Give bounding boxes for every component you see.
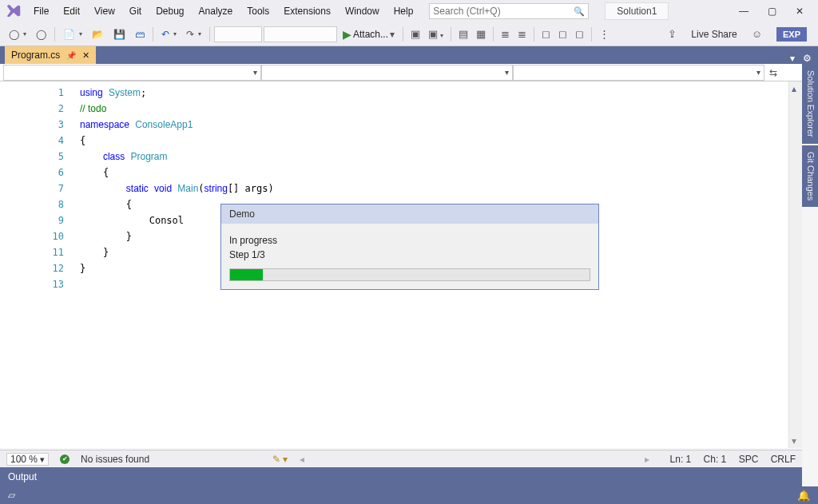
feedback-icon[interactable]: ☺ — [749, 28, 765, 40]
right-rail: Solution Explorer Git Changes — [802, 64, 818, 208]
notifications-bell-icon[interactable]: 🔔 — [797, 490, 810, 502]
document-tab-strip: Program.cs 📌 ✕ ▾ ⚙ — [0, 46, 818, 64]
global-search-input[interactable] — [433, 6, 561, 17]
menu-view[interactable]: View — [88, 2, 121, 20]
tb-icon-3[interactable]: ▤ — [455, 28, 471, 40]
nav-member-combo[interactable]: ▾ — [513, 65, 764, 81]
nav-back-button[interactable]: ◯ — [5, 27, 30, 42]
solution-name-badge[interactable]: Solution1 — [605, 2, 669, 20]
hscroll-left-icon[interactable]: ◂ — [300, 454, 304, 465]
git-changes-tab[interactable]: Git Changes — [802, 145, 818, 207]
toolbar-separator — [54, 27, 55, 42]
tb-indent-out-icon[interactable]: ≣ — [498, 28, 513, 40]
nav-forward-button[interactable]: ◯ — [32, 27, 50, 42]
dialog-status: In progress — [229, 235, 590, 246]
toolbar-separator — [153, 27, 153, 42]
progress-bar — [229, 268, 590, 281]
line-gutter: 12345678910111213 — [0, 81, 72, 448]
tb-bookmark-icon[interactable]: ◻ — [538, 28, 554, 40]
zoom-combo[interactable]: 100 % ▾ — [6, 453, 49, 466]
file-tab-programcs[interactable]: Program.cs 📌 ✕ — [5, 46, 96, 64]
pin-icon[interactable]: 📌 — [66, 51, 76, 60]
save-all-button[interactable]: 🗃 — [131, 27, 149, 42]
editor-status-strip: 100 % ▾ ✔ No issues found ✎ ▾ ◂ ▸ Ln: 1 … — [0, 450, 802, 467]
new-item-button[interactable]: 📄 — [59, 27, 86, 42]
output-panel-header[interactable]: Output — [0, 467, 802, 486]
solution-platform-combo[interactable] — [264, 26, 337, 42]
tab-dropdown-icon[interactable]: ▾ — [790, 53, 795, 64]
liveshare-icon[interactable]: ⇪ — [665, 28, 680, 40]
tb-bookmark-prev-icon[interactable]: ◻ — [555, 28, 570, 40]
issues-ok-icon: ✔ — [60, 454, 69, 464]
tb-bookmark-next-icon[interactable]: ◻ — [572, 28, 587, 40]
tb-overflow-icon[interactable]: ⋮ — [596, 28, 613, 40]
window-close-button[interactable]: ✕ — [796, 6, 804, 17]
progress-fill — [230, 269, 263, 280]
code-nav-bar: ▾ ▾ ▾ ⇆ — [0, 64, 818, 81]
toolbar-separator — [403, 27, 403, 42]
dialog-step: Step 1/3 — [229, 249, 590, 260]
redo-button[interactable]: ↷ — [182, 27, 205, 42]
open-file-button[interactable]: 📂 — [88, 27, 108, 42]
dialog-title: Demo — [221, 204, 598, 224]
caret-info: Ln: 1 Ch: 1 SPC CRLF — [661, 454, 796, 465]
main-toolbar: ◯ ◯ 📄 📂 💾 🗃 ↶ ↷ ▶ Attach... ▾ ▣ ▣ ▤ ▦ ≣ … — [0, 22, 818, 46]
vertical-scrollbar[interactable] — [788, 81, 802, 448]
menu-tools[interactable]: Tools — [240, 2, 276, 20]
nav-project-combo[interactable]: ▾ — [3, 65, 261, 81]
menu-help[interactable]: Help — [387, 2, 420, 20]
menu-analyze[interactable]: Analyze — [193, 2, 240, 20]
issues-label[interactable]: No issues found — [81, 454, 149, 465]
play-icon: ▶ — [343, 28, 351, 41]
menu-edit[interactable]: Edit — [57, 2, 86, 20]
menu-debug[interactable]: Debug — [149, 2, 190, 20]
close-icon[interactable]: ✕ — [82, 50, 89, 61]
undo-button[interactable]: ↶ — [157, 27, 181, 42]
menu-window[interactable]: Window — [339, 2, 386, 20]
output-title: Output — [8, 471, 37, 482]
menu-extensions[interactable]: Extensions — [277, 2, 337, 20]
save-button[interactable]: 💾 — [109, 27, 129, 42]
vs-logo-icon — [5, 2, 22, 20]
liveshare-label[interactable]: Live Share — [691, 29, 737, 40]
tab-gear-icon[interactable]: ⚙ — [803, 53, 812, 64]
search-icon: 🔍 — [574, 6, 585, 17]
exp-badge[interactable]: EXP — [776, 27, 807, 42]
tb-indent-in-icon[interactable]: ≣ — [514, 28, 530, 40]
toolbar-separator — [534, 27, 534, 42]
start-debug-button[interactable]: ▶ Attach... ▾ — [339, 26, 399, 42]
toolbar-separator — [451, 27, 451, 42]
solution-config-combo[interactable] — [214, 26, 262, 42]
toolbar-separator — [591, 27, 592, 42]
progress-dialog: Demo In progress Step 1/3 — [220, 204, 599, 290]
nav-class-combo[interactable]: ▾ — [261, 65, 513, 81]
menu-file[interactable]: File — [27, 2, 55, 20]
window-minimize-button[interactable]: — — [739, 6, 749, 17]
global-search-box[interactable]: 🔍 — [429, 3, 589, 19]
menu-git[interactable]: Git — [123, 2, 148, 20]
toolbar-separator — [493, 27, 494, 42]
tb-icon-2[interactable]: ▣ — [425, 28, 447, 40]
window-maximize-button[interactable]: ▢ — [768, 6, 776, 17]
main-menu-bar: File Edit View Git Debug Analyze Tools E… — [0, 0, 818, 22]
window-status-bar: ▱ 🔔 — [0, 486, 818, 504]
attach-label: Attach... — [353, 29, 388, 40]
lightbulb-icon[interactable]: ✎ ▾ — [272, 454, 288, 465]
tb-icon-1[interactable]: ▣ — [407, 28, 423, 40]
hscroll-right-icon[interactable]: ▸ — [645, 454, 649, 465]
solution-explorer-tab[interactable]: Solution Explorer — [802, 64, 818, 144]
toolbar-separator — [209, 27, 210, 42]
file-tab-label: Program.cs — [11, 50, 60, 61]
split-editor-button[interactable]: ⇆ — [764, 67, 782, 78]
tb-icon-4[interactable]: ▦ — [473, 28, 489, 40]
status-left-icon[interactable]: ▱ — [8, 490, 15, 501]
